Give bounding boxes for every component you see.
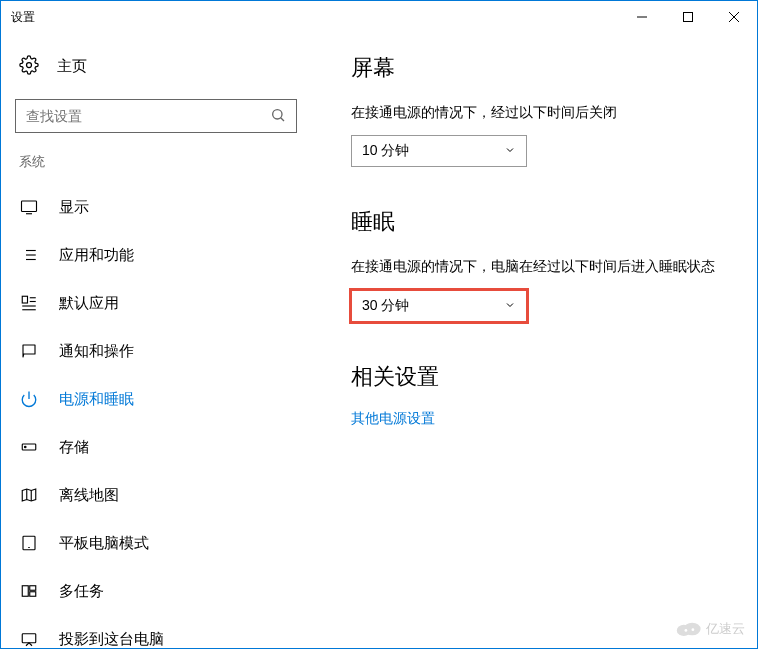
- svg-rect-1: [684, 13, 693, 22]
- svg-rect-15: [22, 296, 27, 303]
- multitask-icon: [19, 582, 39, 600]
- sidebar: 主页 系统 显示 应用和功能: [1, 33, 311, 648]
- map-icon: [19, 486, 39, 504]
- related-section-title: 相关设置: [351, 362, 727, 392]
- window-title: 设置: [11, 9, 35, 26]
- home-button[interactable]: 主页: [1, 43, 311, 89]
- storage-icon: [19, 438, 39, 456]
- sleep-dropdown[interactable]: 30 分钟: [351, 290, 527, 322]
- sidebar-item-display[interactable]: 显示: [1, 183, 311, 231]
- search-input[interactable]: [26, 108, 270, 124]
- screen-off-dropdown[interactable]: 10 分钟: [351, 135, 527, 167]
- sidebar-item-label: 离线地图: [59, 486, 119, 505]
- svg-point-4: [27, 62, 32, 67]
- sidebar-item-label: 存储: [59, 438, 89, 457]
- category-label: 系统: [1, 153, 311, 183]
- svg-point-5: [273, 109, 282, 118]
- sidebar-item-label: 应用和功能: [59, 246, 134, 265]
- svg-rect-30: [30, 592, 36, 597]
- sidebar-item-label: 通知和操作: [59, 342, 134, 361]
- sidebar-item-apps[interactable]: 应用和功能: [1, 231, 311, 279]
- sidebar-item-projecting[interactable]: 投影到这台电脑: [1, 615, 311, 649]
- main-panel: 屏幕 在接通电源的情况下，经过以下时间后关闭 10 分钟 睡眠 在接通电源的情况…: [311, 33, 757, 648]
- svg-point-34: [685, 629, 688, 632]
- titlebar: 设置: [1, 1, 757, 33]
- dropdown-value: 30 分钟: [362, 297, 504, 315]
- sidebar-item-label: 平板电脑模式: [59, 534, 149, 553]
- sidebar-item-label: 默认应用: [59, 294, 119, 313]
- screen-off-label: 在接通电源的情况下，经过以下时间后关闭: [351, 101, 727, 123]
- sidebar-item-tablet-mode[interactable]: 平板电脑模式: [1, 519, 311, 567]
- svg-rect-7: [22, 201, 37, 212]
- close-button[interactable]: [711, 1, 757, 33]
- sidebar-item-label: 投影到这台电脑: [59, 630, 164, 649]
- svg-rect-29: [30, 586, 36, 591]
- minimize-button[interactable]: [619, 1, 665, 33]
- other-power-settings-link[interactable]: 其他电源设置: [351, 410, 727, 428]
- svg-line-6: [281, 117, 284, 120]
- list-icon: [19, 246, 39, 264]
- svg-rect-28: [22, 586, 28, 597]
- power-icon: [19, 390, 39, 408]
- svg-point-22: [25, 446, 27, 448]
- chevron-down-icon: [504, 143, 516, 159]
- sleep-section-title: 睡眠: [351, 207, 727, 237]
- svg-rect-31: [22, 634, 36, 643]
- maximize-button[interactable]: [665, 1, 711, 33]
- screen-section-title: 屏幕: [351, 53, 727, 83]
- home-label: 主页: [57, 57, 87, 76]
- default-apps-icon: [19, 294, 39, 312]
- notification-icon: [19, 342, 39, 360]
- watermark-text: 亿速云: [706, 620, 745, 638]
- sidebar-item-default-apps[interactable]: 默认应用: [1, 279, 311, 327]
- sidebar-item-power-sleep[interactable]: 电源和睡眠: [1, 375, 311, 423]
- sleep-label: 在接通电源的情况下，电脑在经过以下时间后进入睡眠状态: [351, 255, 727, 277]
- sidebar-item-label: 电源和睡眠: [59, 390, 134, 409]
- sidebar-item-notifications[interactable]: 通知和操作: [1, 327, 311, 375]
- tablet-icon: [19, 534, 39, 552]
- nav-list: 显示 应用和功能 默认应用 通知和操作: [1, 183, 311, 649]
- watermark: 亿速云: [674, 620, 745, 638]
- sidebar-item-multitask[interactable]: 多任务: [1, 567, 311, 615]
- search-box[interactable]: [15, 99, 297, 133]
- search-icon: [270, 107, 286, 126]
- sidebar-item-storage[interactable]: 存储: [1, 423, 311, 471]
- projecting-icon: [19, 630, 39, 648]
- svg-marker-23: [22, 489, 36, 501]
- gear-icon: [19, 55, 39, 78]
- monitor-icon: [19, 198, 39, 216]
- sidebar-item-offline-maps[interactable]: 离线地图: [1, 471, 311, 519]
- window-controls: [619, 1, 757, 33]
- sidebar-item-label: 多任务: [59, 582, 104, 601]
- chevron-down-icon: [504, 298, 516, 314]
- dropdown-value: 10 分钟: [362, 142, 504, 160]
- svg-point-35: [692, 628, 695, 631]
- sidebar-item-label: 显示: [59, 198, 89, 217]
